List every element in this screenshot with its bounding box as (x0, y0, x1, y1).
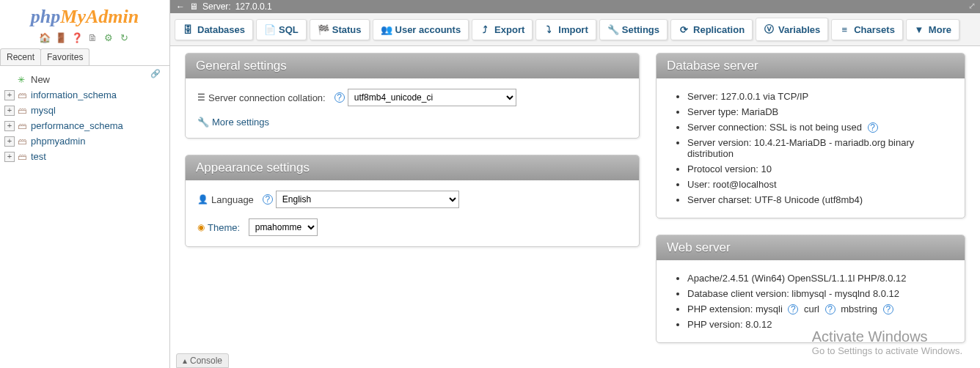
docs-icon[interactable]: ❓ (71, 32, 83, 44)
menu-sql[interactable]: 📄SQL (256, 19, 307, 40)
help-icon[interactable]: ? (883, 304, 893, 314)
reload-icon[interactable]: ↻ (119, 32, 131, 44)
database-tree: ✳New+🗃information_schema+🗃mysql+🗃perform… (0, 66, 169, 170)
collation-label: Server connection collation: (208, 92, 326, 103)
sidebar-item-test[interactable]: +🗃test (4, 149, 165, 164)
dbserver-info-item: Server: 127.0.0.1 via TCP/IP (687, 89, 953, 104)
collation-icon: ☰ (197, 92, 205, 103)
menu-charsets[interactable]: ≡Charsets (831, 19, 903, 40)
menu-label: Export (494, 24, 524, 35)
tree-item-label[interactable]: phpmyadmin (31, 136, 85, 147)
breadcrumb-server-label: Server: (202, 1, 231, 12)
breadcrumb: ← 🖥 Server: 127.0.0.1 ⤢ (170, 0, 980, 13)
help-icon[interactable]: ? (263, 194, 273, 205)
panel-title: General settings (186, 54, 639, 78)
dbserver-info-item: Server type: MariaDB (687, 104, 953, 119)
more-settings-link[interactable]: More settings (212, 117, 269, 128)
expand-icon[interactable]: + (4, 121, 15, 131)
dbserver-info-item: Server version: 10.4.21-MariaDB - mariad… (687, 135, 953, 161)
home-icon[interactable]: 🏠 (39, 32, 51, 44)
help-icon[interactable]: ? (788, 304, 798, 314)
logout-icon[interactable]: 🚪 (55, 32, 67, 44)
new-icon: ✳ (18, 75, 28, 85)
expand-icon[interactable]: + (4, 90, 15, 100)
tree-item-label[interactable]: information_schema (31, 89, 117, 100)
menu-databases[interactable]: 🗄Databases (175, 19, 253, 40)
dbserver-info-item: Server charset: UTF-8 Unicode (utf8mb4) (687, 192, 953, 207)
nav-tabs: Recent Favorites (0, 48, 169, 66)
database-icon: 🗃 (18, 106, 28, 116)
webserver-php-version: PHP version: 8.0.12 (687, 317, 953, 332)
menu-replication[interactable]: ⟳Replication (670, 19, 753, 40)
breadcrumb-server-value[interactable]: 127.0.0.1 (235, 1, 272, 12)
menu-more[interactable]: ▼More (906, 19, 959, 40)
main-content: General settings ☰ Server connection col… (170, 38, 980, 368)
database-icon: 🗃 (18, 121, 28, 131)
sidebar-item-information-schema[interactable]: +🗃information_schema (4, 87, 165, 103)
panel-title: Appearance settings (186, 155, 639, 180)
help-icon[interactable]: ? (868, 122, 878, 133)
menu-status[interactable]: 🏁Status (310, 19, 370, 40)
general-settings-panel: General settings ☰ Server connection col… (185, 53, 640, 139)
dbserver-info-list: Server: 127.0.0.1 via TCP/IPServer type:… (668, 89, 953, 207)
tree-item-label[interactable]: New (31, 74, 50, 85)
nav-collapse-icon[interactable]: ← (176, 1, 185, 12)
console-toggle[interactable]: ▴ Console (176, 353, 229, 368)
dbserver-info-item: User: root@localhost (687, 177, 953, 192)
help-icon[interactable]: ? (334, 92, 345, 103)
theme-select[interactable]: pmahomme (249, 218, 318, 236)
import-icon: ⤵ (544, 24, 554, 35)
sql-icon[interactable]: 🗎 (87, 32, 98, 44)
collation-select[interactable]: utf8mb4_unicode_ci (348, 89, 516, 106)
menu-label: Charsets (854, 24, 895, 35)
menu-label: Replication (693, 24, 745, 35)
navigation-sidebar: phpMyAdmin 🏠 🚪 ❓ 🗎 ⚙ ↻ Recent Favorites … (0, 0, 170, 368)
chevron-up-icon: ▴ (183, 356, 187, 366)
menu-label: SQL (279, 24, 299, 35)
settings-icon[interactable]: ⚙ (103, 32, 114, 44)
sidebar-item-performance-schema[interactable]: +🗃performance_schema (4, 118, 165, 133)
menu-user-accounts[interactable]: 👥User accounts (373, 19, 469, 40)
console-label: Console (190, 356, 222, 366)
variables-icon: ⓥ (764, 23, 774, 36)
expand-icon[interactable]: + (4, 152, 15, 162)
page-settings-icon[interactable]: ⤢ (968, 1, 976, 11)
tab-recent[interactable]: Recent (0, 48, 41, 65)
logo-part-myadmin: MyAdmin (60, 6, 139, 27)
panel-title: Database server (657, 54, 965, 78)
help-icon[interactable]: ? (825, 304, 835, 314)
charsets-icon: ≡ (839, 24, 849, 35)
expand-icon[interactable]: + (4, 136, 15, 147)
quick-nav-icons: 🏠 🚪 ❓ 🗎 ⚙ ↻ (0, 29, 169, 48)
logo-part-php: php (31, 6, 60, 27)
server-icon: 🖥 (189, 1, 198, 12)
menu-export[interactable]: ⤴Export (472, 19, 533, 40)
appearance-settings-panel: Appearance settings 👤 Language ? English… (185, 155, 640, 247)
dbserver-info-item: Protocol version: 10 (687, 161, 953, 177)
database-icon: 🗃 (18, 90, 28, 100)
menu-settings[interactable]: 🔧Settings (599, 19, 668, 40)
language-select[interactable]: English (276, 191, 459, 208)
wrench-icon: 🔧 (197, 117, 209, 128)
webserver-info-item: Apache/2.4.51 (Win64) OpenSSL/1.1.1l PHP… (687, 271, 953, 286)
tree-item-label[interactable]: performance_schema (31, 120, 123, 131)
menu-label: Import (558, 24, 588, 35)
replication-icon: ⟳ (679, 24, 689, 35)
sidebar-item-mysql[interactable]: +🗃mysql (4, 103, 165, 118)
sidebar-item-phpmyadmin[interactable]: +🗃phpmyadmin (4, 133, 165, 149)
menu-import[interactable]: ⤵Import (535, 19, 596, 40)
tree-item-label[interactable]: mysql (31, 105, 56, 116)
link-icon[interactable]: 🔗 (150, 69, 161, 78)
menu-label: Databases (197, 24, 245, 35)
tab-favorites[interactable]: Favorites (40, 48, 89, 65)
logo[interactable]: phpMyAdmin (0, 0, 169, 29)
theme-icon: ◉ (197, 222, 205, 232)
webserver-info-item: Database client version: libmysql - mysq… (687, 286, 953, 301)
status-icon: 🏁 (318, 24, 328, 35)
tree-item-label[interactable]: test (31, 151, 46, 162)
sidebar-item-new[interactable]: ✳New (4, 72, 165, 87)
theme-label[interactable]: Theme: (208, 222, 240, 233)
database-icon: 🗃 (18, 152, 28, 162)
expand-icon[interactable]: + (4, 106, 15, 116)
dbserver-info-item: Server connection: SSL is not being used… (687, 119, 953, 135)
